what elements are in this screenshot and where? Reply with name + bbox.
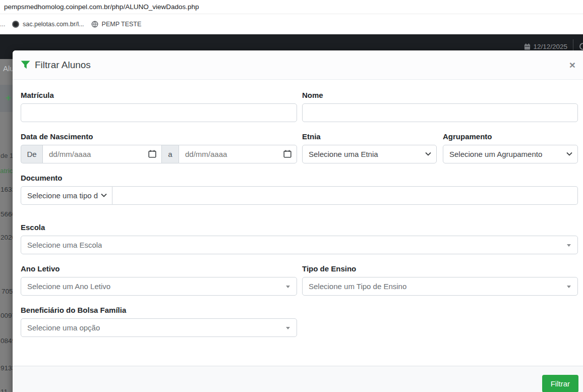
- screen: pempsmedhomolog.coinpel.com.br/php/ALUNO…: [0, 0, 583, 392]
- bolsa-familia-placeholder: Selecione uma opção: [27, 323, 100, 332]
- calendar-icon: [524, 43, 531, 50]
- nascimento-label: Data de Nascimento: [21, 132, 297, 141]
- date-to-addon: a: [162, 145, 179, 163]
- bolsa-familia-label: Beneficiário do Bolsa Família: [21, 306, 297, 314]
- ano-letivo-select[interactable]: Selecione um Ano Letivo: [21, 277, 297, 296]
- bookmark-label: PEMP TESTE: [102, 21, 142, 28]
- birthdate-from-input[interactable]: [42, 145, 162, 163]
- close-icon[interactable]: ×: [567, 59, 577, 71]
- etnia-selected-value: Selecione uma Etnia: [309, 150, 378, 158]
- bolsa-familia-select[interactable]: Selecione uma opção: [21, 318, 297, 337]
- dropdown-arrow-icon: [567, 286, 571, 288]
- bookmark-pemp-teste[interactable]: PEMP TESTE: [91, 21, 142, 28]
- documento-tipo-select[interactable]: Selecione uma tipo de: [21, 186, 112, 205]
- chevron-down-icon: [425, 152, 431, 156]
- modal-header: Filtrar Alunos ×: [13, 50, 583, 80]
- documento-tipo-selected-value: Selecione uma tipo de: [27, 191, 98, 200]
- dropdown-arrow-icon: [286, 327, 290, 329]
- bookmark-sac-pelotas[interactable]: sac.pelotas.com.br/l...: [12, 21, 84, 28]
- filter-icon: [21, 61, 30, 69]
- etnia-label: Etnia: [302, 132, 437, 141]
- add-button-fragment: +: [6, 92, 11, 103]
- birthdate-to-input[interactable]: [179, 145, 297, 163]
- agrupamento-select[interactable]: Selecione um Agrupamento: [443, 145, 578, 163]
- agrupamento-label: Agrupamento: [443, 132, 578, 141]
- documento-label: Documento: [21, 174, 578, 182]
- escola-select[interactable]: Selecione uma Escola: [21, 236, 578, 254]
- birthdate-range-group: De a: [21, 145, 297, 163]
- etnia-select[interactable]: Selecione uma Etnia: [302, 145, 437, 163]
- site-favicon-icon: [12, 21, 19, 28]
- modal-body: Matrícula Nome Data de Nascimento De: [13, 80, 583, 360]
- nome-label: Nome: [302, 91, 578, 99]
- dropdown-arrow-icon: [567, 244, 571, 247]
- tipo-ensino-label: Tipo de Ensino: [302, 264, 578, 273]
- tipo-ensino-placeholder: Selecione um Tipo de Ensino: [309, 282, 406, 291]
- nome-input[interactable]: [302, 103, 578, 122]
- row-number: 11: [1, 388, 8, 392]
- chevron-down-icon: [101, 193, 107, 197]
- date-from-addon: De: [21, 145, 42, 163]
- agrupamento-selected-value: Selecione um Agrupamento: [449, 150, 542, 158]
- navbar-user-icon[interactable]: [579, 43, 583, 50]
- row-number: 705: [2, 288, 13, 295]
- escola-placeholder: Selecione uma Escola: [27, 241, 102, 249]
- ano-letivo-label: Ano Letivo: [21, 264, 297, 273]
- address-bar[interactable]: pempsmedhomolog.coinpel.com.br/php/ALUNO…: [0, 0, 583, 14]
- chevron-down-icon: [566, 152, 572, 156]
- matricula-label: Matrícula: [21, 91, 297, 99]
- escola-label: Escola: [21, 223, 578, 232]
- globe-icon: [91, 21, 98, 28]
- ano-letivo-placeholder: Selecione um Ano Letivo: [27, 282, 110, 291]
- modal-title: Filtrar Alunos: [35, 60, 91, 71]
- filter-students-modal: Filtrar Alunos × Matrícula Nome Data de …: [13, 50, 583, 392]
- page-url: pempsmedhomolog.coinpel.com.br/php/ALUNO…: [4, 3, 199, 11]
- matricula-input[interactable]: [21, 103, 297, 122]
- filtrar-button[interactable]: Filtrar: [542, 375, 578, 392]
- bookmark-fragment[interactable]: ...: [0, 21, 5, 28]
- bookmark-label: sac.pelotas.com.br/l...: [23, 21, 84, 28]
- dropdown-arrow-icon: [286, 286, 290, 288]
- modal-footer: Filtrar: [13, 366, 583, 392]
- documento-group: Selecione uma tipo de: [21, 186, 578, 205]
- bookmarks-bar: ... sac.pelotas.com.br/l... PEMP TESTE: [0, 14, 583, 34]
- tipo-ensino-select[interactable]: Selecione um Tipo de Ensino: [302, 277, 578, 296]
- navbar-date-text: 12/12/2025: [533, 43, 567, 50]
- documento-input[interactable]: [112, 186, 578, 205]
